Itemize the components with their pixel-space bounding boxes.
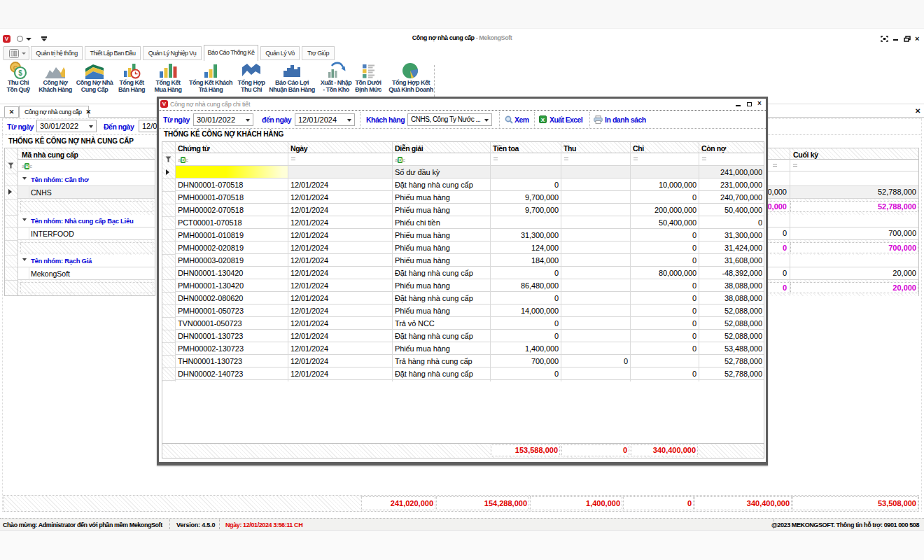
svg-text:$: $: [18, 69, 22, 77]
